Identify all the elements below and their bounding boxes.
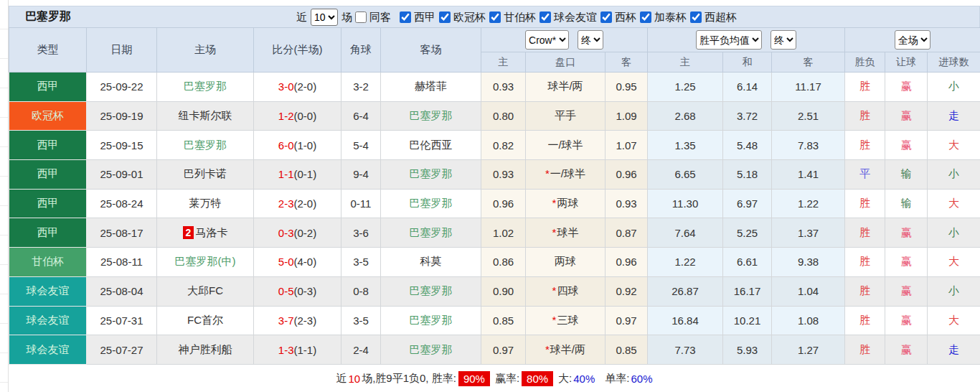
home-team-cell: 神户胜利船: [157, 335, 254, 365]
same-away-checkbox[interactable]: [355, 11, 367, 23]
win-rate-badge: 90%: [458, 371, 490, 386]
recent-count-select[interactable]: 10: [311, 9, 338, 26]
away-team-name: 巴塞罗那: [410, 314, 453, 326]
handicap-line-cell: *四球: [526, 276, 606, 306]
avg-draw-cell: 16.17: [723, 276, 772, 306]
home-team-cell: 巴塞罗那: [157, 131, 254, 160]
sub-header-odds-away: 客: [606, 52, 648, 73]
league-checkbox-6[interactable]: [690, 11, 702, 23]
league-checkbox-3[interactable]: [540, 11, 551, 23]
match-date-cell: 25-08-24: [87, 189, 157, 218]
league-checkbox-2[interactable]: [489, 11, 501, 23]
score-cell: 1-3(1-1): [254, 335, 341, 365]
result-outcome-cell: 胜: [845, 276, 885, 306]
avg-home-cell: 16.84: [648, 306, 723, 335]
league-checkbox-5[interactable]: [640, 11, 651, 23]
away-team-cell: 巴塞罗那: [381, 276, 481, 306]
avg-draw-cell: 6.61: [723, 248, 772, 277]
match-date-cell: 25-08-11: [87, 248, 157, 277]
league-checkbox-1[interactable]: [439, 11, 451, 23]
scope-select[interactable]: 全场: [895, 30, 930, 50]
match-date-cell: 25-09-01: [87, 160, 157, 190]
result-goals-cell: 小: [928, 160, 980, 190]
home-team-name: 神户胜利船: [179, 343, 232, 355]
avg-home-cell: 1.22: [648, 248, 723, 277]
live-line-asterisk: *: [552, 314, 557, 326]
odds-away-cell: 0.96: [606, 248, 648, 277]
full-time-score: 0-3: [278, 227, 294, 239]
result-outcome-cell: 平: [845, 160, 885, 190]
half-time-score: (0-2): [294, 227, 317, 239]
odds-away-cell: 0.97: [606, 306, 648, 335]
away-team-name: 赫塔菲: [415, 80, 447, 92]
result-handicap-cell: 赢: [885, 131, 928, 160]
result-goals-cell: 大: [928, 306, 980, 335]
avg-home-cell: 7.64: [648, 218, 723, 248]
match-type-cell: 球会友谊: [9, 335, 87, 365]
home-team-name: 纽卡斯尔联: [179, 109, 232, 121]
match-row: 球会友谊25-07-31FC首尔3-7(2-3)3-5巴塞罗那0.85*三球0.…: [9, 306, 980, 335]
away-team-cell: 巴塞罗那: [381, 189, 481, 218]
league-label: 甘伯杯: [504, 11, 536, 24]
away-team-cell: 巴塞罗那: [381, 101, 481, 131]
result-outcome-cell: 胜: [845, 248, 885, 277]
filter-bar: 近 10 场 同客 西甲欧冠杯甘伯杯球会友谊西杯加泰杯西超杯: [296, 6, 738, 28]
league-checkbox-0[interactable]: [400, 11, 411, 23]
corner-cell: 5-4: [341, 131, 381, 160]
match-row: 球会友谊25-08-04大邱FC0-5(0-3)0-8巴塞罗那0.90*四球0.…: [9, 276, 980, 306]
full-time-score: 1-3: [278, 344, 294, 356]
live-line-asterisk: *: [545, 167, 550, 179]
odds-home-cell: 0.90: [481, 276, 526, 306]
handicap-line-cell: *两球: [526, 189, 606, 218]
sub-header-handicap-line: 盘口: [526, 52, 606, 73]
home-team-cell: 莱万特: [157, 189, 254, 218]
sub-header-avg-draw: 和: [723, 52, 772, 73]
avg-draw-cell: 10.21: [723, 306, 772, 335]
away-team-name: 巴塞罗那: [410, 226, 453, 238]
match-row: 西甲25-09-15巴塞罗那6-0(1-0)5-4巴伦西亚0.82一/球半1.0…: [9, 131, 980, 160]
avg-draw-cell: 6.97: [723, 189, 772, 218]
match-type-cell: 西甲: [9, 73, 87, 102]
odds-time-select[interactable]: 终: [578, 30, 603, 50]
avg-metric-select[interactable]: 胜平负均值: [696, 30, 762, 50]
avg-time-select[interactable]: 终: [771, 30, 796, 50]
odds-home-cell: 0.80: [481, 101, 526, 131]
result-handicap-cell: 赢: [885, 218, 928, 248]
sub-header-goals-result: 进球数: [928, 52, 980, 73]
corner-cell: 0-11: [341, 189, 381, 218]
single-rate-value: 60%: [631, 373, 652, 385]
odds-provider-select[interactable]: Crow*: [525, 30, 569, 50]
match-row: 西甲25-09-22巴塞罗那3-0(2-0)3-2赫塔菲0.93球半/两0.95…: [9, 73, 980, 102]
league-filter-0: 西甲: [397, 11, 435, 24]
score-cell: 3-7(2-3): [254, 306, 341, 335]
result-goals-cell: 大: [928, 248, 980, 277]
col-header-date: 日期: [87, 28, 157, 73]
half-time-score: (2-0): [294, 80, 317, 93]
full-time-score: 0-5: [278, 285, 294, 297]
handicap-line-text: 三球: [557, 314, 578, 326]
league-filter-6: 西超杯: [687, 11, 737, 24]
result-outcome-cell: 胜: [845, 218, 885, 248]
league-checkbox-4[interactable]: [600, 11, 612, 23]
half-time-score: (0-1): [294, 168, 317, 180]
match-date-cell: 25-08-04: [87, 276, 157, 306]
full-time-score: 3-7: [278, 314, 294, 327]
half-time-score: (0-0): [294, 110, 317, 122]
home-team-name: 巴塞罗那: [184, 80, 227, 92]
score-cell: 2-3(2-0): [254, 189, 341, 218]
handicap-line-cell: *三球: [526, 306, 606, 335]
match-type-cell: 球会友谊: [9, 306, 87, 335]
full-time-score: 2-3: [278, 197, 294, 210]
home-team-cell: 巴塞罗那(中): [157, 248, 254, 277]
sub-header-avg-away: 客: [772, 52, 845, 73]
score-cell: 1-1(0-1): [254, 160, 341, 190]
league-label: 西甲: [414, 11, 435, 24]
odds-home-cell: 1.02: [481, 218, 526, 248]
avg-away-cell: 7.83: [772, 131, 845, 160]
handicap-rate-badge: 80%: [522, 371, 553, 386]
match-type-cell: 欧冠杯: [9, 101, 87, 131]
full-time-score: 1-1: [278, 168, 294, 180]
odds-away-cell: 0.87: [606, 218, 648, 248]
home-team-name: 巴列卡诺: [184, 167, 227, 179]
sub-header-odds-home: 主: [481, 52, 526, 73]
